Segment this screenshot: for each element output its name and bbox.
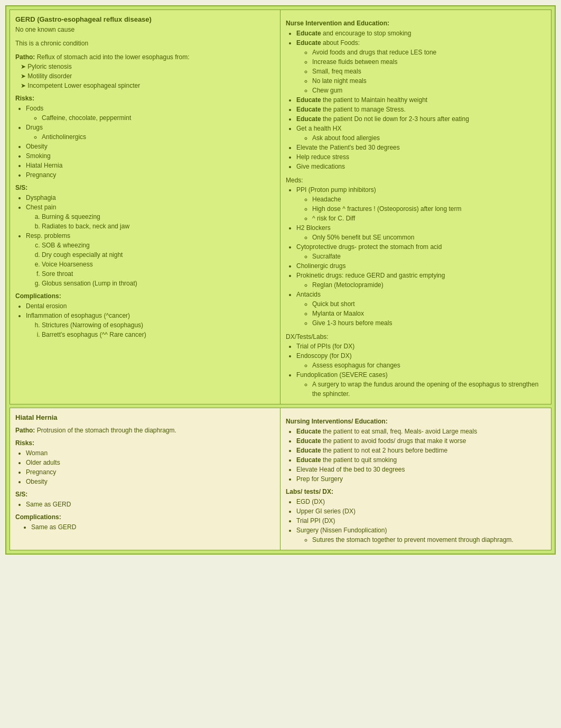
hiatal-comp-0: Same as GERD [31,522,275,532]
dx-label-text: DX/Tests/Labs: [286,333,329,340]
patho-text: Reflux of stomach acid into the lower es… [37,53,190,61]
hiatal-comp-label: Complications: [15,513,275,521]
hiatal-ni-0: Educate the patient to eat small, freq. … [296,427,546,436]
ni-hx-sub: Ask about food allergies [312,133,546,143]
hiatal-patho: Patho: Protrusion of the stomach through… [15,426,275,435]
med-h2: H2 Blockers Only 50% benefit but SE unco… [296,223,546,242]
hiatal-comp-list: Same as GERD [31,522,275,532]
dx-endoscopy-sub: Assess esophagus for changes [312,361,546,370]
ni-meds: Give medications [296,162,546,171]
ni-label: Nurse Intervention and Education: [286,20,546,27]
gerd-title: GERD (Gastro-esophageal reflux disease) [15,15,275,23]
med-sucralfate: Sucralfate [312,252,546,261]
hiatal-labs-list: EGD (DX) Upper GI series (DX) Trial PPI … [296,497,546,545]
ni-stress: Educate the patient to manage Stress. [296,105,546,114]
med-cyto: Cytoprotective drugs- protect the stomac… [296,242,546,261]
dx-label: DX/Tests/Labs: [286,332,546,342]
dx-assess: Assess esophagus for changes [312,361,546,370]
ss-resp: Resp. problems SOB & wheezing Dry cough … [26,231,275,288]
risks-list: Foods Caffeine, chocolate, peppermint Dr… [26,104,275,180]
hiatal-ni-5: Prep for Surgery [296,474,546,484]
hiatal-lab-0: EGD (DX) [296,497,546,506]
risk-obesity: Obesity [26,142,275,151]
ss-resp-sub: SOB & wheezing Dry cough especially at n… [42,241,275,288]
med-ppi-sub: Headache High dose ^ fractures ! (Osteop… [312,195,546,223]
dx-fundoplication: Fundoplication (SEVERE cases) A surgery … [296,370,546,399]
ni-foods-night: No late night meals [312,76,546,86]
ss-resp-e: Voice Hoarseness [42,260,275,269]
comp-inflammation: Inflammation of esophagus (^cancer) Stri… [26,311,275,339]
risk-drugs-sub: Anticholinergics [42,132,275,142]
gerd-right: Nurse Intervention and Education: Educat… [280,10,551,404]
risk-hiatal: Hiatal Hernia [26,161,275,170]
complications-list: Dental erosion Inflammation of esophagus… [26,301,275,339]
complications-label: Complications: [15,292,275,300]
ni-hx: Get a health HX Ask about food allergies [296,124,546,143]
med-antacids-sub: Quick but short Mylanta or Maalox Give 1… [312,299,546,328]
comp-barretts: Barrett's esophagus (^^ Rare cancer) [42,330,275,339]
hiatal-labs-label: Labs/ tests/ DX: [286,488,546,495]
hiatal-ni-bold-2: Educate [296,447,321,454]
med-reglan: Reglan (Metoclopramide) [312,280,546,290]
ni-list: Educate and encourage to stop smoking Ed… [296,29,546,171]
ni-foods: Educate about Foods: Avoid foods and dru… [296,38,546,95]
med-h2-benefit: Only 50% benefit but SE uncommon [312,233,546,242]
risk-foods-sub: Caffeine, chocolate, peppermint [42,113,275,123]
risk-pregnancy: Pregnancy [26,170,275,180]
ss-label: S/S: [15,184,275,191]
ni-elevate: Elevate the Patient's bed 30 degrees [296,143,546,152]
hiatal-risk-3: Obesity [26,477,275,486]
med-mylanta: Mylanta or Maalox [312,309,546,318]
hiatal-risks-list: Woman Older adults Pregnancy Obesity [26,448,275,486]
risk-foods: Foods Caffeine, chocolate, peppermint [26,104,275,123]
risk-drugs: Drugs Anticholinergics [26,123,275,142]
hiatal-patho-text: Protrusion of the stomach through the di… [37,427,176,434]
med-ppi-fractures: High dose ^ fractures ! (Osteoporosis) a… [312,204,546,214]
hiatal-risks-label: Risks: [15,439,275,447]
hiatal-lab-3: Surgery (Nissen Fundoplication) Sutures … [296,526,546,545]
risks-label: Risks: [15,95,275,102]
patho-label: Patho: [15,53,35,61]
ss-chest-pain: Chest pain Burning & squeezing Radiates … [26,202,275,231]
hiatal-ni-1: Educate the patient to avoid foods/ drug… [296,436,546,446]
med-prokinetic-sub: Reglan (Metoclopramide) [312,280,546,290]
risk-drugs-sub-0: Anticholinergics [42,132,275,142]
med-h2-sub: Only 50% benefit but SE uncommon [312,233,546,242]
dx-fundoplication-sub: A surgery to wrap the fundus around the … [312,380,546,399]
ni-smoking: Educate and encourage to stop smoking [296,29,546,38]
ni-bold-4: Educate [296,115,321,123]
hiatal-section: Hiatal Hernia Patho: Protrusion of the s… [10,408,551,550]
hiatal-ss-0: Same as GERD [26,500,275,509]
gerd-left: GERD (Gastro-esophageal reflux disease) … [10,10,280,404]
ss-chest-a: Burning & squeezing [42,212,275,222]
hiatal-ni-bold-1: Educate [296,437,321,445]
comp-strictures: Strictures (Narrowing of esophagus) [42,320,275,330]
hiatal-ss-list: Same as GERD [26,500,275,509]
hiatal-ni-list: Educate the patient to eat small, freq. … [296,427,546,484]
patho-item-0: Pyloric stenosis [21,62,275,71]
hiatal-ss-label: S/S: [15,491,275,498]
hiatal-surgery-sub: Sutures the stomach together to prevent … [312,535,546,545]
med-ppi: PPI (Proton pump inhibitors) Headache Hi… [296,185,546,223]
gerd-chronic: This is a chronic condition [15,39,275,48]
hiatal-ni-bold-3: Educate [296,456,321,464]
hiatal-left: Hiatal Hernia Patho: Protrusion of the s… [10,408,280,550]
hiatal-lab-2: Trial PPI (DX) [296,516,546,526]
ni-bold-2: Educate [296,96,321,104]
patho-header: Patho: Reflux of stomach acid into the l… [15,52,275,62]
ni-foods-small: Small, freq meals [312,67,546,76]
comp-dental: Dental erosion [26,301,275,311]
med-cyto-sub: Sucralfate [312,252,546,261]
hiatal-lab-1: Upper GI series (DX) [296,506,546,516]
ss-chest-b: Radiates to back, neck and jaw [42,222,275,231]
med-prokinetic: Prokinetic drugs: reduce GERD and gastri… [296,271,546,290]
patho-list: Pyloric stenosis Motility disorder Incom… [21,62,275,90]
ni-weight: Educate the patient to Maintain healthy … [296,95,546,105]
ni-bold-3: Educate [296,106,321,113]
dx-list: Trial of PPIs (for DX) Endoscopy (for DX… [296,342,546,399]
ni-hx-allergies: Ask about food allergies [312,133,546,143]
ni-bold-0: Educate [296,30,321,37]
ni-foods-sub: Avoid foods and drugs that reduce LES to… [312,48,546,95]
med-antacids: Antacids Quick but short Mylanta or Maal… [296,290,546,328]
hiatal-ni-3: Educate the patient to quit smoking [296,455,546,465]
